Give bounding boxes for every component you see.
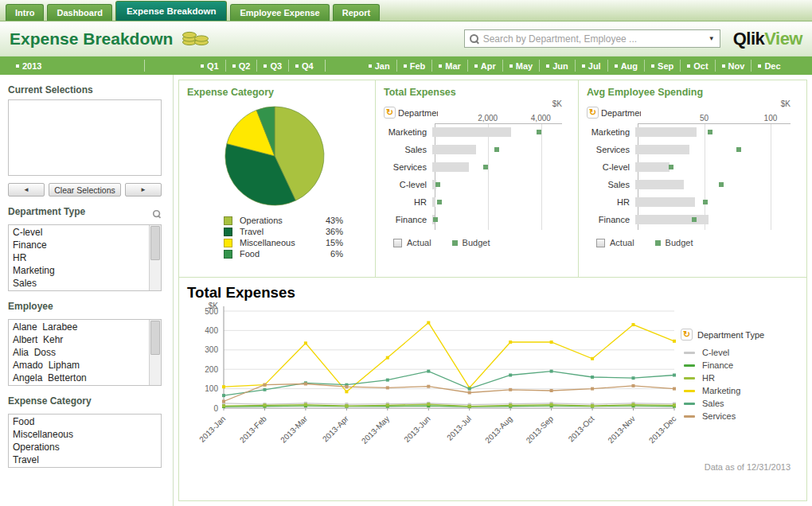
bar-category-label: HR [587,193,634,211]
pie-legend-item[interactable]: Miscellaneous15% [224,238,343,247]
legend-item-marketing[interactable]: Marketing [684,386,798,395]
list-search-icon[interactable] [153,209,161,219]
legend-item-sales[interactable]: Sales [684,399,798,408]
bar-track[interactable] [634,141,791,158]
list-item[interactable]: Finance [9,239,149,251]
legend-item-c-level[interactable]: C-level [684,348,798,357]
avg-employee-spending-bar-chart[interactable]: ↻Department$K50100MarketingServicesC-lev… [587,99,798,233]
list-item[interactable]: C-level [9,226,149,239]
y-axis-label: 400 [205,326,218,335]
list-item[interactable]: Alane Larabee [9,321,149,333]
axis-tick-label: 2,000 [478,114,498,123]
filter-month-aug[interactable]: Aug [607,60,644,72]
filter-month-may[interactable]: May [502,60,539,72]
line-legend-items: C-levelFinanceHRMarketingSalesServices [681,348,798,421]
line-series-sales[interactable] [224,372,674,396]
filter-month-sep[interactable]: Sep [644,60,680,72]
bar-track[interactable] [634,193,791,211]
filter-month-jan[interactable]: Jan [362,60,396,72]
bar-track[interactable] [431,158,562,176]
line-series-finance[interactable] [224,406,674,407]
list-item[interactable]: Miscellaneous [9,428,161,441]
data-point [427,403,430,406]
list-item[interactable]: Operations [9,441,161,453]
list-item[interactable]: Food [9,415,161,428]
budget-marker [435,182,440,187]
list-title: Department Type [8,206,85,217]
actual-bar [635,162,670,172]
data-point [222,385,225,388]
bullet-icon [369,64,372,68]
list-item[interactable]: Albert Kehr [9,333,149,346]
pie-legend-item[interactable]: Operations43% [224,216,343,225]
tab-dashboard[interactable]: Dashboard [47,4,111,21]
clear-selections-button[interactable]: Clear Selections [49,183,121,197]
filter-month-apr[interactable]: Apr [467,60,502,72]
tab-report[interactable]: Report [333,4,380,21]
actual-bar [635,215,709,224]
filter-quarter-q4[interactable]: Q4 [288,60,320,72]
actual-checkbox[interactable] [596,239,605,247]
cycle-chart-icon[interactable]: ↻ [587,107,599,119]
list-item[interactable]: HR [9,251,149,264]
bar-track[interactable] [634,123,791,141]
budget-marker [483,165,488,169]
bar-track[interactable] [431,211,562,228]
bar-track[interactable] [634,158,791,176]
line-series-marketing[interactable] [224,323,674,392]
pie-legend-item[interactable]: Food6% [224,249,343,259]
filter-month-jul[interactable]: Jul [575,60,607,72]
cycle-chart-icon[interactable]: ↻ [681,329,693,341]
pie-chart[interactable] [193,99,361,212]
header-right: ▼ QlikView [464,29,802,49]
scrollbar-thumb[interactable] [150,226,160,260]
bar-row: Sales [587,176,798,193]
list-item[interactable]: Marketing [9,264,149,277]
back-button[interactable]: ◄ [8,183,45,197]
filter-month-feb[interactable]: Feb [396,60,432,72]
list-item[interactable]: Sales [9,277,149,290]
line-series-services[interactable] [224,384,674,402]
legend-item-finance[interactable]: Finance [684,360,798,370]
cycle-chart-icon[interactable]: ↻ [384,107,396,119]
scrollbar[interactable] [149,225,161,290]
data-point [304,383,307,386]
tab-expense-breakdown[interactable]: Expense Breakdown [115,1,227,21]
line-legend-header: ↻ Department Type [681,329,798,341]
filter-month-dec[interactable]: Dec [751,60,787,72]
total-expenses-bar-chart[interactable]: ↻Department$K2,0004,000MarketingSalesSer… [384,99,570,233]
filter-month-mar[interactable]: Mar [431,60,467,72]
filter-month-oct[interactable]: Oct [680,60,714,72]
filter-quarter-q3[interactable]: Q3 [256,60,288,72]
list-item[interactable]: Alia Doss [9,346,149,359]
filter-month-nov[interactable]: Nov [715,60,751,72]
list-item[interactable]: Travel [9,453,161,466]
search-dropdown-arrow[interactable]: ▼ [705,30,718,47]
bar-track[interactable] [431,193,562,211]
data-point [264,388,267,391]
tab-intro[interactable]: Intro [6,4,44,21]
list-item[interactable]: Angela Betterton [9,372,149,384]
bar-track[interactable] [634,176,791,193]
list-item[interactable]: Amado Lipham [9,359,149,372]
line-chart-wrap: 0100200300400500$K2013-Jan2013-Feb2013-M… [187,302,798,470]
forward-button[interactable]: ► [125,183,162,197]
legend-item-services[interactable]: Services [684,411,798,421]
bullet-icon [16,64,19,68]
actual-checkbox[interactable] [393,239,402,247]
filter-month-jun[interactable]: Jun [539,60,575,72]
bar-track[interactable] [431,176,562,193]
bar-track[interactable] [431,141,562,158]
scrollbar-thumb[interactable] [150,321,160,355]
filter-quarter-q2[interactable]: Q2 [225,60,257,72]
bar-track[interactable] [634,211,791,228]
bar-track[interactable] [431,123,562,141]
filter-quarter-q1[interactable]: Q1 [194,60,225,72]
legend-item-hr[interactable]: HR [684,373,798,383]
pie-legend-item[interactable]: Travel36% [224,227,343,236]
line-chart[interactable]: 0100200300400500$K2013-Jan2013-Feb2013-M… [187,302,681,470]
filter-year-2013[interactable]: 2013 [10,60,48,72]
tab-employee-expense[interactable]: Employee Expense [230,4,329,21]
search-input[interactable] [483,33,701,45]
scrollbar[interactable] [149,320,161,385]
